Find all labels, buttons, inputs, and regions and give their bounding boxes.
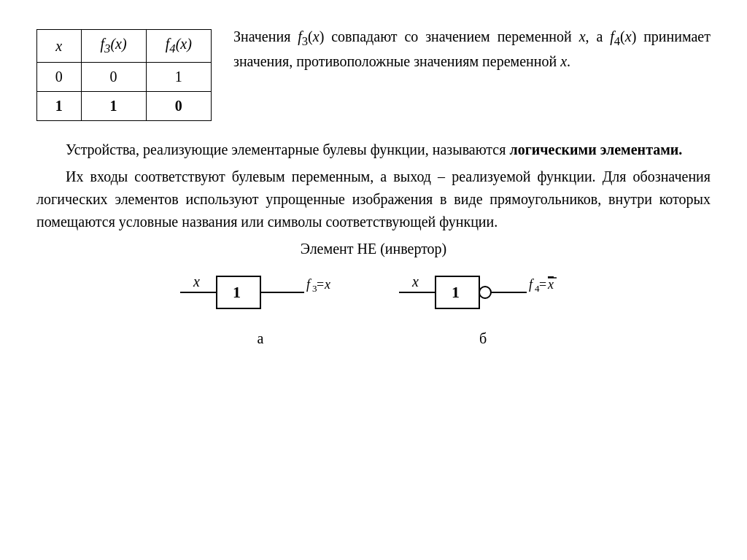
diagram-b-caption: б: [479, 330, 487, 347]
svg-text:x: x: [411, 273, 419, 289]
truth-table: x f3(x) f4(x) 0 0 1 1 1 0: [36, 29, 212, 121]
svg-text:x: x: [324, 277, 330, 292]
col-header-f3: f3(x): [81, 30, 146, 63]
diagrams-row: x 1 f 3 = x а x: [36, 263, 711, 347]
right-description: Значения f3(x) совпадают со значением пе…: [233, 22, 711, 72]
cell-f3-1: 1: [81, 92, 146, 121]
svg-text:=: =: [539, 277, 546, 292]
table-row: 1 1 0: [37, 92, 212, 121]
col-header-x: x: [37, 30, 82, 63]
diagram-title: Элемент НЕ (инвертор): [36, 241, 711, 257]
svg-text:f: f: [529, 277, 535, 292]
top-section: x f3(x) f4(x) 0 0 1 1 1 0 Значения f3(x)…: [36, 22, 711, 121]
svg-text:1: 1: [233, 283, 241, 301]
svg-text:x: x: [547, 277, 554, 292]
svg-point-13: [479, 287, 491, 298]
diagram-b-svg: x 1 f 4 = x: [399, 263, 567, 322]
svg-text:1: 1: [452, 283, 460, 301]
paragraph-2: Их входы соответствуют булевым переменны…: [36, 166, 711, 233]
col-header-f4: f4(x): [146, 30, 211, 63]
svg-text:f: f: [306, 277, 312, 292]
table-row: 0 0 1: [37, 63, 212, 92]
svg-text:=: =: [317, 277, 324, 292]
diagram-a-svg: x 1 f 3 = x: [180, 263, 341, 322]
cell-f3-0: 0: [81, 63, 146, 92]
paragraph-1: Устройства, реализующие элементарные бул…: [36, 139, 711, 161]
diagram-a: x 1 f 3 = x а: [180, 263, 341, 347]
diagram-section: Элемент НЕ (инвертор) x 1 f 3 = x: [36, 241, 711, 347]
diagram-b: x 1 f 4 = x б: [399, 263, 567, 347]
cell-f4-1: 0: [146, 92, 211, 121]
diagram-a-caption: а: [258, 330, 264, 347]
cell-f4-0: 1: [146, 63, 211, 92]
cell-x-0: 0: [37, 63, 82, 92]
svg-text:x: x: [193, 273, 200, 289]
cell-x-1: 1: [37, 92, 82, 121]
